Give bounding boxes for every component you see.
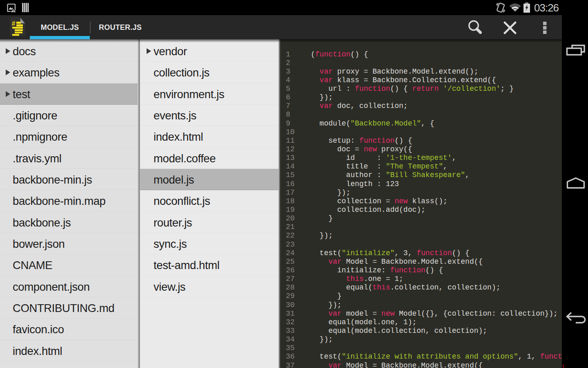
- svg-text:#: #: [12, 20, 16, 27]
